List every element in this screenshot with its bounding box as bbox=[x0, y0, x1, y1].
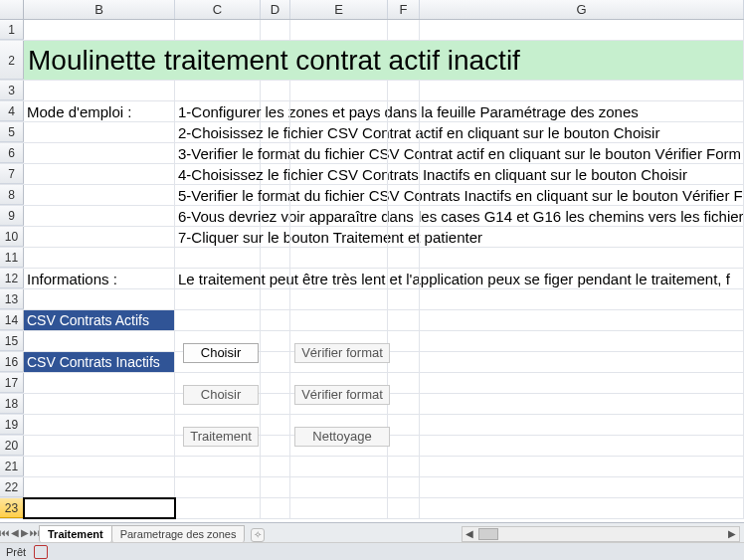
row-header-10[interactable]: 10 bbox=[0, 227, 24, 247]
row-header-2[interactable]: 2 bbox=[0, 41, 24, 80]
instruction-4[interactable]: 4-Choisissez le fichier CSV Contrats Ina… bbox=[175, 164, 261, 184]
col-header-D[interactable]: D bbox=[261, 0, 290, 19]
row-header-5[interactable]: 5 bbox=[0, 122, 24, 142]
row-header-18[interactable]: 18 bbox=[0, 394, 24, 414]
spreadsheet-window: B C D E F G 1 2 Moulinette traitement co… bbox=[0, 0, 744, 560]
row-header-7[interactable]: 7 bbox=[0, 164, 24, 184]
scroll-right-icon[interactable]: ▶ bbox=[725, 527, 739, 541]
select-all-corner[interactable] bbox=[0, 0, 24, 19]
row-header-15[interactable]: 15 bbox=[0, 331, 24, 351]
info-text[interactable]: Le traitement peut être très lent et l'a… bbox=[175, 269, 261, 288]
next-tab-icon[interactable]: ▶ bbox=[20, 524, 30, 542]
horizontal-scrollbar[interactable]: ◀ ▶ bbox=[462, 526, 740, 542]
instruction-1[interactable]: 1-Configurer les zones et pays dans la f… bbox=[175, 101, 261, 121]
instruction-2[interactable]: 2-Choisissez le fichier CSV Contrat acti… bbox=[175, 122, 261, 142]
cell-B1[interactable] bbox=[24, 20, 175, 40]
instruction-5[interactable]: 5-Verifier le format du fichier CSV Cont… bbox=[175, 185, 261, 205]
instruction-7[interactable]: 7-Cliquer sur le bouton Traitement et pa… bbox=[175, 227, 261, 247]
row-header-22[interactable]: 22 bbox=[0, 477, 24, 497]
row-header-6[interactable]: 6 bbox=[0, 143, 24, 163]
row-header-20[interactable]: 20 bbox=[0, 436, 24, 456]
instruction-6[interactable]: 6-Vous devriez voir apparaître dans les … bbox=[175, 206, 261, 226]
tab-parametrage[interactable]: Parametrage des zones bbox=[111, 525, 246, 543]
label-csv-inactifs[interactable]: CSV Contrats Inactifs bbox=[24, 352, 175, 372]
grid-body[interactable]: 1 2 Moulinette traitement contrat actif … bbox=[0, 20, 744, 519]
label-mode[interactable]: Mode d'emploi : bbox=[24, 101, 175, 121]
row-header-3[interactable]: 3 bbox=[0, 81, 24, 100]
row-header-21[interactable]: 21 bbox=[0, 457, 24, 476]
row-header-11[interactable]: 11 bbox=[0, 248, 24, 268]
first-tab-icon[interactable]: ⏮ bbox=[0, 524, 10, 542]
col-header-C[interactable]: C bbox=[175, 0, 261, 19]
row-header-8[interactable]: 8 bbox=[0, 185, 24, 205]
nettoyage-button[interactable]: Nettoyage bbox=[294, 427, 390, 447]
active-cell-B23[interactable] bbox=[24, 498, 175, 518]
col-header-F[interactable]: F bbox=[388, 0, 420, 19]
verifier-actifs-button[interactable]: Vérifier format bbox=[294, 343, 390, 363]
tab-nav-buttons[interactable]: ⏮ ◀ ▶ ⏭ bbox=[0, 524, 40, 542]
traitement-button[interactable]: Traitement bbox=[183, 427, 259, 447]
col-header-E[interactable]: E bbox=[290, 0, 388, 19]
row-header-1[interactable]: 1 bbox=[0, 20, 24, 40]
new-sheet-button[interactable]: ✧ bbox=[251, 528, 265, 542]
title-cell[interactable]: Moulinette traitement contrat actif inac… bbox=[24, 41, 744, 80]
row-header-19[interactable]: 19 bbox=[0, 415, 24, 435]
col-header-G[interactable]: G bbox=[420, 0, 744, 19]
row-header-14[interactable]: 14 bbox=[0, 310, 24, 330]
choisir-inactifs-button[interactable]: Choisir bbox=[183, 385, 259, 405]
row-header-9[interactable]: 9 bbox=[0, 206, 24, 226]
instruction-3[interactable]: 3-Verifier le format du fichier CSV Cont… bbox=[175, 143, 261, 163]
label-info[interactable]: Informations : bbox=[24, 269, 175, 288]
choisir-actifs-button[interactable]: Choisir bbox=[183, 343, 259, 363]
row-header-23[interactable]: 23 bbox=[0, 498, 24, 518]
status-bar: Prêt bbox=[0, 542, 744, 560]
row-header-4[interactable]: 4 bbox=[0, 101, 24, 121]
verifier-inactifs-button[interactable]: Vérifier format bbox=[294, 385, 390, 405]
row-header-12[interactable]: 12 bbox=[0, 269, 24, 288]
row-header-17[interactable]: 17 bbox=[0, 373, 24, 393]
macro-record-icon[interactable] bbox=[34, 545, 48, 559]
row-header-16[interactable]: 16 bbox=[0, 352, 24, 372]
row-header-13[interactable]: 13 bbox=[0, 289, 24, 309]
status-text: Prêt bbox=[6, 546, 26, 558]
prev-tab-icon[interactable]: ◀ bbox=[10, 524, 20, 542]
tab-traitement[interactable]: Traitement bbox=[39, 525, 112, 543]
column-header-row: B C D E F G bbox=[0, 0, 744, 20]
col-header-B[interactable]: B bbox=[24, 0, 175, 19]
scroll-left-icon[interactable]: ◀ bbox=[463, 527, 476, 541]
scroll-thumb[interactable] bbox=[478, 528, 498, 540]
label-csv-actifs[interactable]: CSV Contrats Actifs bbox=[24, 310, 175, 330]
